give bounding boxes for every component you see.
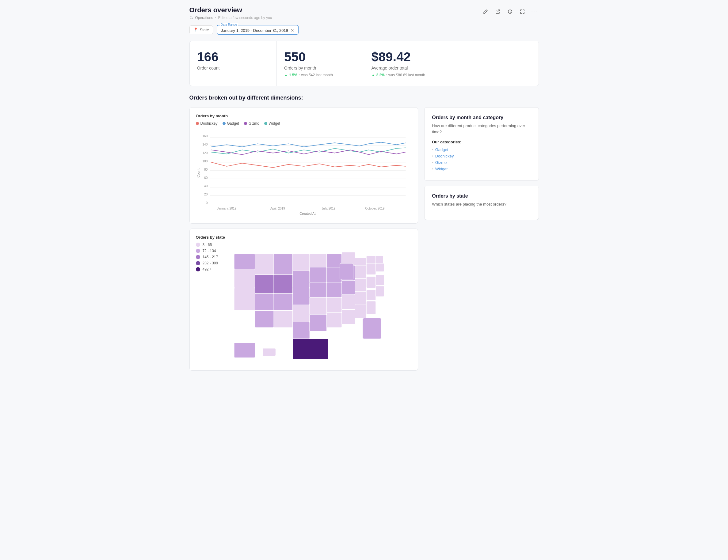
edit-button[interactable] [481,7,490,16]
category-link-gizmo[interactable]: Gizmo [435,160,447,165]
category-list: Gadget Doohickey Gizmo Widget [432,147,531,171]
state-mi [340,264,353,280]
monthly-card-desc: How are different product categories per… [432,123,531,135]
map-legend-1: 3 - 65 [196,243,218,247]
kpi-orders-month-value: 550 [284,50,356,64]
svg-text:80: 80 [204,168,208,171]
legend-dot-widget [264,122,267,125]
kpi-order-count-value: 166 [197,50,269,64]
category-link-doohickey[interactable]: Doohickey [435,154,454,158]
expand-button[interactable] [518,7,527,16]
svg-text:160: 160 [202,135,208,138]
state-nm [274,310,293,327]
pin-icon: 📍 [193,28,198,32]
state-ak [234,342,255,357]
kpi-order-count: 166 Order count [190,41,277,86]
state-co [274,293,293,310]
state-card: Orders by state Which states are placing… [424,186,539,220]
map-legend-color-4 [196,261,200,265]
category-gizmo: Gizmo [432,160,531,165]
monthly-card-subtitle: Our categories: [432,140,531,144]
map-legend-2: 72 - 134 [196,249,218,253]
charts-column: Orders by month Doohickey Gadget Gizmo [189,107,418,375]
page-title: Orders overview [189,6,272,14]
page-header: Orders overview 🗂 Operations • Edited a … [189,6,539,20]
state-fl-up [376,286,384,296]
state-az [255,310,274,327]
filters-bar: 📍 State Date Range January 1, 2019 - Dec… [189,25,539,35]
state-tn [327,312,342,327]
state-ct [376,264,384,272]
more-options-button[interactable]: ··· [530,7,539,16]
svg-text:January, 2019: January, 2019 [217,207,236,210]
kpi-order-count-label: Order count [197,66,269,71]
date-range-filter[interactable]: Date Range January 1, 2019 - December 31… [217,25,299,35]
map-legend-range-1: 3 - 65 [203,243,212,247]
kpi-orders-month-change: ▲ 1.5% • was 542 last month [284,73,356,77]
state-tx [293,339,329,360]
state-sc [355,291,366,305]
state-nv [255,275,274,294]
map-legend-range-3: 145 - 217 [203,255,218,259]
date-range-value: January 1, 2019 - December 31, 2019 [221,28,288,33]
content-grid: Orders by month Doohickey Gadget Gizmo [189,107,539,375]
state-pa [355,265,366,279]
change-text-1: was 542 last month [301,73,333,77]
svg-text:40: 40 [204,185,208,188]
map-chart-card: Orders by state 3 - 65 72 - 134 [189,229,418,371]
state-or [234,269,255,288]
state-ca [234,288,255,310]
state-ut [255,293,274,310]
kpi-orders-month-label: Orders by month [284,66,356,71]
date-range-label: Date Range [220,23,238,26]
map-legend: 3 - 65 72 - 134 145 - 217 232 - 309 [196,243,218,272]
kpi-avg-order-value: $89.42 [372,50,444,64]
state-nd [293,254,310,271]
legend-label-doohickey: Doohickey [200,121,218,126]
legend-widget: Widget [264,121,280,126]
legend-label-gizmo: Gizmo [249,121,259,126]
breadcrumb[interactable]: Operations [195,16,213,20]
category-link-widget[interactable]: Widget [435,167,448,171]
map-legend-range-5: 492 + [203,267,212,272]
kpi-avg-order: $89.42 Average order total ▲ 3.2% • was … [364,41,452,86]
state-ia [310,267,327,282]
line-chart-card: Orders by month Doohickey Gadget Gizmo [189,107,418,224]
map-legend-range-4: 232 - 309 [203,261,218,265]
svg-text:100: 100 [202,160,208,163]
category-link-gadget[interactable]: Gadget [435,147,448,152]
state-card-title: Orders by state [432,193,531,199]
state-card-desc: Which states are placing the most orders… [432,201,531,208]
date-range-close-button[interactable]: ✕ [291,28,294,33]
external-link-button[interactable] [494,7,502,16]
state-wa [234,254,255,269]
category-gadget: Gadget [432,147,531,152]
state-nj [366,264,376,275]
legend-doohickey: Doohickey [196,121,218,126]
map-legend-color-1 [196,243,200,247]
legend-label-gadget: Gadget [227,121,239,126]
legend-gadget: Gadget [223,121,239,126]
state-md [366,277,376,288]
edit-subtitle: Edited a few seconds ago by you [218,16,272,20]
state-in [327,282,342,297]
state-ms [366,301,376,314]
svg-text:April, 2019: April, 2019 [270,207,285,210]
header-left: Orders overview 🗂 Operations • Edited a … [189,6,272,20]
state-me [376,256,383,264]
state-ar [310,297,327,314]
kpi-row: 166 Order count 550 Orders by month ▲ 1.… [189,41,539,86]
change-pct-1: 1.5% [289,73,297,77]
kpi-orders-by-month: 550 Orders by month ▲ 1.5% • was 542 las… [277,41,364,86]
line-chart-legend: Doohickey Gadget Gizmo Widget [196,121,412,126]
legend-dot-doohickey [196,122,199,125]
clock-button[interactable] [506,7,514,16]
state-filter[interactable]: 📍 State [189,25,213,34]
map-legend-range-2: 72 - 134 [203,249,216,253]
svg-text:Count: Count [196,169,200,178]
change-text-2: was $86.69 last month [388,73,425,77]
line-chart-svg: 0 20 40 60 80 100 120 140 160 Count [196,130,412,216]
change-pct-2: 3.2% [376,73,384,77]
state-hi [263,348,276,356]
header-meta: 🗂 Operations • Edited a few seconds ago … [189,15,272,20]
